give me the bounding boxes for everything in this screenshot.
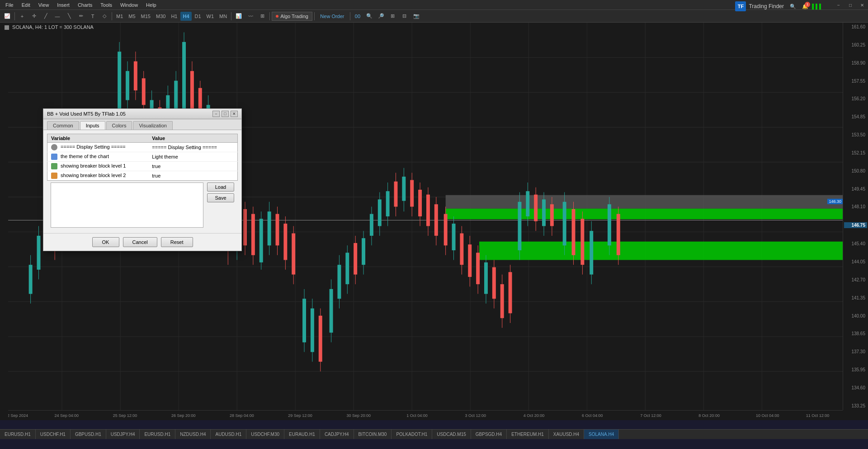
line-tool[interactable]: ╱ <box>40 11 51 21</box>
tab-visualization[interactable]: Visualization <box>133 121 173 130</box>
table-row[interactable]: showing breaker block level 1 true <box>47 162 238 171</box>
template-button[interactable]: ⊞ <box>257 11 268 21</box>
menu-view[interactable]: View <box>35 1 53 9</box>
tab-euraud-h1[interactable]: EURAUD.H1 <box>284 430 320 439</box>
price-label-17: 140.00 <box>844 313 867 318</box>
new-order-button[interactable]: New Order <box>316 11 348 21</box>
row1-value[interactable]: ===== Display Setting ===== <box>148 143 237 152</box>
tab-xauusd-h4[interactable]: XAUUSD.H4 <box>549 430 584 439</box>
settings-dialog[interactable]: BB + Void Used MT5 By TFlab 1.05 − □ ✕ C… <box>43 108 242 251</box>
indicator-button[interactable]: 〰 <box>245 11 256 21</box>
tab-usdchf-m30[interactable]: USDCHF.M30 <box>246 430 284 439</box>
tab-usdchf-h1[interactable]: USDCHF.H1 <box>36 430 71 439</box>
timeframe-m5[interactable]: M5 <box>126 12 137 21</box>
brand-logo[interactable]: TF Trading Finder <box>735 1 784 11</box>
price-label-13: 145.40 <box>844 241 867 246</box>
time-label-7: 30 Sep 20:00 <box>347 413 371 418</box>
timeframe-m1[interactable]: M1 <box>114 12 125 21</box>
horizontal-line[interactable]: — <box>52 11 63 21</box>
row2-value[interactable]: Light theme <box>148 152 237 162</box>
row3-value[interactable]: true <box>148 162 237 171</box>
tab-usdcad-m15[interactable]: USDCAD.M15 <box>432 430 471 439</box>
timeframe-mn[interactable]: MN <box>217 12 229 21</box>
chart-type-button[interactable]: 📊 <box>233 11 244 21</box>
shapes-tool[interactable]: ◇ <box>99 11 110 21</box>
window-controls: − □ ✕ <box>833 0 868 10</box>
menu-window[interactable]: Window <box>117 1 142 9</box>
algo-trading-button[interactable]: Algo Trading <box>272 12 312 21</box>
menu-edit[interactable]: Edit <box>18 1 34 9</box>
svg-rect-154 <box>550 204 554 226</box>
tab-nzdusd-h4[interactable]: NZDUSD.H4 <box>175 430 211 439</box>
text-tool[interactable]: T <box>87 11 98 21</box>
snap-button[interactable]: ⊟ <box>399 11 410 21</box>
tab-usdjpy-h4[interactable]: USDJPY.H4 <box>106 430 140 439</box>
menu-file[interactable]: File <box>2 1 17 9</box>
tab-audusd-h1[interactable]: AUDUSD.H1 <box>211 430 246 439</box>
tab-eurusd-h1-2[interactable]: EURUSD.H1 <box>140 430 175 439</box>
menu-charts[interactable]: Charts <box>74 1 96 9</box>
tab-bitcoin-m30[interactable]: BITCOIN.M30 <box>354 430 392 439</box>
price-label-5: 156.20 <box>844 96 867 101</box>
save-button[interactable]: Save <box>207 193 234 202</box>
dialog-maximize-button[interactable]: □ <box>222 111 229 117</box>
trend-line[interactable]: ╲ <box>64 11 75 21</box>
price-label-6: 154.85 <box>844 114 867 119</box>
chart-area[interactable]: SOLANA, H4: 1 LOT = 300 SOLANA <box>0 23 868 420</box>
chart-zoom-button[interactable]: 🔍 <box>364 11 375 21</box>
tab-polkadot-h1[interactable]: POLKADOT.H1 <box>392 430 432 439</box>
svg-rect-116 <box>394 182 398 207</box>
tab-solana-h4[interactable]: SOLANA.H4 <box>584 430 619 439</box>
menu-insert[interactable]: Insert <box>53 1 73 9</box>
tab-eurusd-h1[interactable]: EURUSD.H1 <box>0 430 36 439</box>
menu-help[interactable]: Help <box>142 1 160 9</box>
cancel-button[interactable]: Cancel <box>123 237 157 247</box>
search-icon-button[interactable]: 🔍 <box>788 1 798 11</box>
tab-common[interactable]: Common <box>47 121 79 130</box>
load-button[interactable]: Load <box>207 182 234 192</box>
svg-rect-114 <box>386 191 390 216</box>
timeframe-h1[interactable]: H1 <box>169 12 179 21</box>
row4-value[interactable]: true <box>148 171 237 181</box>
timeframe-w1[interactable]: W1 <box>204 12 217 21</box>
new-chart-button[interactable]: 📈 <box>2 11 13 21</box>
dialog-close-button[interactable]: ✕ <box>231 111 238 117</box>
dialog-footer: OK Cancel Reset <box>43 233 241 251</box>
timeframe-d1[interactable]: D1 <box>193 12 203 21</box>
tab-colors[interactable]: Colors <box>106 121 132 130</box>
crosshair-button[interactable]: ✛ <box>28 11 39 21</box>
tile-button[interactable]: ⊞ <box>387 11 398 21</box>
table-row[interactable]: showing breaker block level 2 true <box>47 171 238 181</box>
timeframe-m15[interactable]: M15 <box>139 12 153 21</box>
zoom-in-button[interactable]: + <box>17 11 28 21</box>
notification-button[interactable]: 🔔 1 <box>802 4 808 9</box>
reset-button[interactable]: Reset <box>161 237 193 247</box>
signal-icon[interactable]: ▌▌▌ <box>812 1 823 11</box>
dialog-tabs: Common Inputs Colors Visualization <box>43 119 241 130</box>
timeframe-m30[interactable]: M30 <box>154 12 168 21</box>
pen-tool[interactable]: ✏ <box>75 11 86 21</box>
dialog-titlebar[interactable]: BB + Void Used MT5 By TFlab 1.05 − □ ✕ <box>43 109 241 119</box>
tab-cadjpy-h4[interactable]: CADJPY.H4 <box>320 430 354 439</box>
tab-ethereum-h1[interactable]: ETHEREUM.H1 <box>507 430 549 439</box>
buy-sell-button[interactable]: 00 <box>352 11 363 21</box>
screenshot-button[interactable]: 📷 <box>411 11 422 21</box>
time-label-11: 6 Oct 04:00 <box>582 413 603 418</box>
table-row[interactable]: ===== Display Setting ===== ===== Displa… <box>47 143 238 152</box>
ok-button[interactable]: OK <box>92 237 119 247</box>
zoom-out-button[interactable]: 🔎 <box>376 11 387 21</box>
table-row[interactable]: the theme of the chart Light theme <box>47 152 238 162</box>
svg-rect-122 <box>418 190 422 216</box>
time-label-9: 3 Oct 12:00 <box>465 413 486 418</box>
timeframe-h4[interactable]: H4 <box>180 12 191 21</box>
price-label-16: 141.35 <box>844 295 867 300</box>
tab-inputs[interactable]: Inputs <box>80 121 105 130</box>
menu-tools[interactable]: Tools <box>97 1 116 9</box>
svg-rect-130 <box>452 224 456 250</box>
tab-gbpusd-h1[interactable]: GBPUSD.H1 <box>71 430 106 439</box>
close-button[interactable]: ✕ <box>856 0 868 10</box>
dialog-minimize-button[interactable]: − <box>212 111 220 117</box>
minimize-button[interactable]: − <box>833 0 844 10</box>
maximize-button[interactable]: □ <box>844 0 856 10</box>
tab-gbpsgd-h4[interactable]: GBPSGD.H4 <box>471 430 507 439</box>
